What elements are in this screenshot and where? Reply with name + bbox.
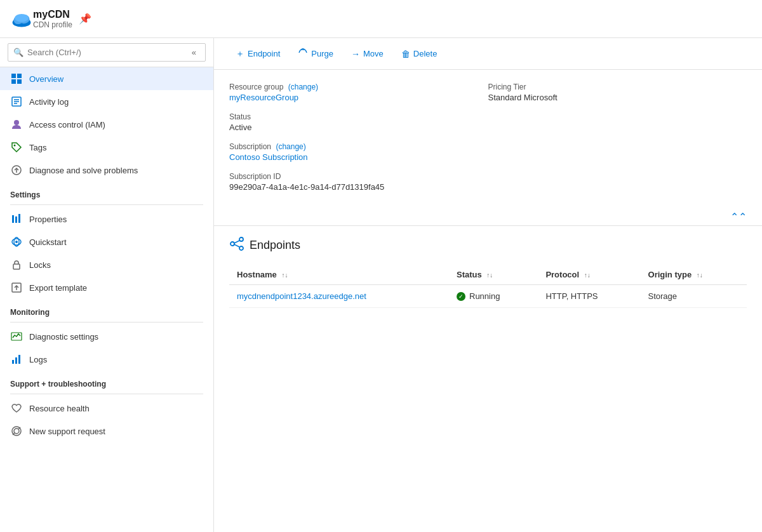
sidebar-item-tags[interactable]: Tags <box>0 136 213 159</box>
cdn-logo <box>10 8 33 30</box>
sidebar-label-diagnose: Diagnose and solve problems <box>29 166 138 175</box>
subscription-value-link[interactable]: Contoso Subscription <box>229 152 308 162</box>
sidebar-label-quickstart: Quickstart <box>29 237 67 247</box>
sidebar-item-activity-log[interactable]: Activity log <box>0 90 213 113</box>
svg-point-3 <box>15 13 29 22</box>
quickstart-icon <box>10 236 23 248</box>
purge-label: Purge <box>311 49 333 58</box>
collapse-chevron-icon[interactable]: ⌃⌃ <box>730 211 747 223</box>
sidebar-label-logs: Logs <box>29 355 47 364</box>
col-origin-type[interactable]: Origin type ↑↓ <box>641 265 747 285</box>
resource-group-value-link[interactable]: myResourceGroup <box>229 93 298 102</box>
pricing-tier-label: Pricing Tier <box>488 83 747 91</box>
svg-point-30 <box>14 429 19 434</box>
pin-icon[interactable]: 📌 <box>79 13 91 25</box>
sidebar-item-logs[interactable]: Logs <box>0 348 213 371</box>
resource-group-change-link[interactable]: (change) <box>288 83 318 91</box>
sidebar-label-resource-health: Resource health <box>29 404 90 413</box>
purge-icon <box>298 48 308 60</box>
search-input-wrap[interactable]: 🔍 « <box>8 43 206 62</box>
logs-icon <box>10 353 23 366</box>
health-icon <box>10 402 23 415</box>
main-layout: 🔍 « Overview Activity log Access control <box>0 38 762 532</box>
col-hostname[interactable]: Hostname ↑↓ <box>229 265 449 285</box>
overview-icon <box>10 72 23 85</box>
delete-icon: 🗑 <box>401 49 410 59</box>
subscription-id-value: 99e290a7-4a1a-4e1c-9a14-d77d1319fa45 <box>229 182 488 192</box>
svg-point-12 <box>14 120 19 125</box>
section-support: Support + troubleshooting <box>0 371 213 391</box>
svg-rect-18 <box>18 214 20 223</box>
sidebar-label-tags: Tags <box>29 143 46 152</box>
sidebar-item-locks[interactable]: Locks <box>0 253 213 276</box>
settings-divider <box>10 204 203 205</box>
resource-group-block: Resource group (change) myResourceGroup <box>229 83 488 112</box>
section-monitoring: Monitoring <box>0 299 213 319</box>
info-grid: Resource group (change) myResourceGroup … <box>229 83 747 202</box>
sidebar-item-access-control[interactable]: Access control (IAM) <box>0 113 213 136</box>
sidebar-item-resource-health[interactable]: Resource health <box>0 397 213 420</box>
subscription-id-block: Subscription ID 99e290a7-4a1a-4e1c-9a14-… <box>229 172 488 202</box>
locks-icon <box>10 258 23 271</box>
col-status[interactable]: Status ↑↓ <box>449 265 538 285</box>
svg-rect-4 <box>11 74 16 78</box>
hostname-sort-icon[interactable]: ↑↓ <box>281 272 288 279</box>
resource-group-label: Resource group <box>229 83 283 91</box>
sidebar-item-properties[interactable]: Properties <box>0 208 213 230</box>
delete-label: Delete <box>413 49 438 58</box>
monitoring-divider <box>10 322 203 323</box>
app-header: myCDN CDN profile 📌 <box>0 0 762 38</box>
sidebar-label-activity-log: Activity log <box>29 97 69 107</box>
status-text: Running <box>469 291 500 301</box>
subscription-label: Subscription <box>229 142 271 151</box>
endpoint-button[interactable]: ＋ Endpoint <box>229 45 286 63</box>
endpoints-title: Endpoints <box>250 239 300 252</box>
sidebar-item-overview[interactable]: Overview <box>0 67 213 90</box>
sidebar-item-export-template[interactable]: Export template <box>0 276 213 299</box>
subscription-block: Subscription (change) Contoso Subscripti… <box>229 142 488 172</box>
sidebar-item-new-support-request[interactable]: New support request <box>0 420 213 442</box>
cell-protocol: HTTP, HTTPS <box>538 285 640 308</box>
move-label: Move <box>363 49 384 58</box>
svg-rect-26 <box>12 360 14 364</box>
svg-point-13 <box>14 145 16 147</box>
status-running-dot: ✓ <box>457 292 465 301</box>
move-button[interactable]: → Move <box>345 46 390 62</box>
sidebar-label-diagnostic-settings: Diagnostic settings <box>29 332 98 342</box>
collapse-sidebar-button[interactable]: « <box>188 46 200 58</box>
origin-type-sort-icon[interactable]: ↑↓ <box>697 272 703 279</box>
delete-button[interactable]: 🗑 Delete <box>395 46 444 62</box>
sidebar-label-export-template: Export template <box>29 283 87 293</box>
content-area: ＋ Endpoint Purge → Move 🗑 Delete <box>214 38 762 532</box>
svg-point-35 <box>239 246 243 250</box>
activity-log-icon <box>10 95 23 108</box>
svg-rect-22 <box>13 264 20 269</box>
sidebar-item-diagnostic-settings[interactable]: Diagnostic settings <box>0 325 213 348</box>
svg-point-34 <box>239 237 243 241</box>
status-sort-icon[interactable]: ↑↓ <box>486 272 493 279</box>
sidebar-item-diagnose[interactable]: Diagnose and solve problems <box>0 159 213 182</box>
pricing-tier-value: Standard Microsoft <box>488 93 747 102</box>
endpoint-icon: ＋ <box>236 48 244 60</box>
svg-line-37 <box>234 244 239 247</box>
svg-point-21 <box>15 241 18 243</box>
search-icon: 🔍 <box>13 48 23 57</box>
properties-icon <box>10 213 23 225</box>
hostname-link[interactable]: mycdnendpoint1234.azureedge.net <box>237 291 366 301</box>
support-icon <box>10 425 23 437</box>
search-input[interactable] <box>27 48 188 57</box>
subscription-id-label: Subscription ID <box>229 172 488 181</box>
status-running: ✓ Running <box>457 291 530 301</box>
protocol-sort-icon[interactable]: ↑↓ <box>584 272 591 279</box>
col-protocol[interactable]: Protocol ↑↓ <box>538 265 640 285</box>
cell-status: ✓ Running <box>449 285 538 308</box>
svg-point-33 <box>231 242 234 246</box>
sidebar-item-quickstart[interactable]: Quickstart <box>0 230 213 253</box>
svg-rect-28 <box>18 355 20 364</box>
endpoints-table: Hostname ↑↓ Status ↑↓ Protocol ↑↓ Orig <box>229 265 747 308</box>
subscription-change-link[interactable]: (change) <box>276 142 305 151</box>
endpoints-section: Endpoints Hostname ↑↓ Status ↑↓ <box>214 226 762 318</box>
purge-button[interactable]: Purge <box>291 44 340 63</box>
sidebar-label-access-control: Access control (IAM) <box>29 120 105 130</box>
sidebar-label-new-support-request: New support request <box>29 427 105 436</box>
